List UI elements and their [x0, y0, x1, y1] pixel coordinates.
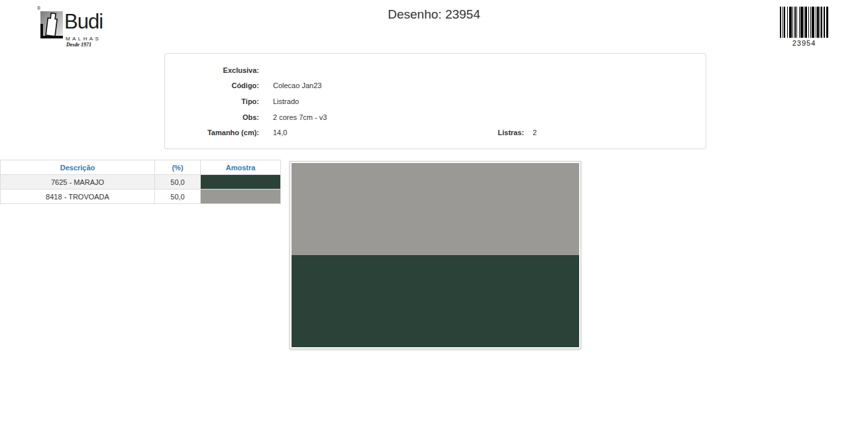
field-row-codigo: Código: Colecao Jan23 — [165, 78, 706, 94]
cell-description: 8418 - TROVOADA — [1, 190, 155, 204]
field-value-listras: 2 — [533, 129, 537, 136]
field-value: 2 cores 7cm - v3 — [273, 113, 327, 121]
info-panel: Exclusiva: Código: Colecao Jan23 Tipo: L… — [164, 53, 706, 149]
field-label: Tamanho (cm): — [165, 129, 259, 136]
page-title: Desenho: 23954 — [0, 7, 868, 22]
field-value: Listrado — [273, 97, 299, 105]
cell-description: 7625 - MARAJO — [1, 175, 155, 190]
stripe-marajo — [292, 255, 579, 347]
barcode-icon — [780, 7, 828, 38]
field-row-exclusiva: Exclusiva: — [165, 62, 706, 78]
field-label-listras: Listras: — [430, 129, 524, 136]
field-label: Código: — [165, 81, 259, 89]
stripe-trovoada — [292, 163, 579, 255]
field-label: Tipo: — [165, 97, 259, 105]
table-row: 7625 - MARAJO 50,0 — [1, 175, 281, 190]
pattern-preview — [290, 161, 581, 349]
color-swatch — [201, 175, 281, 190]
table-row: 8418 - TROVOADA 50,0 — [1, 190, 281, 204]
page: ® Budi MALHAS Desde 1971 Desenho: 23954 … — [0, 0, 868, 434]
logo-tagline-text: Desde 1971 — [66, 42, 91, 48]
cell-percent: 50,0 — [155, 190, 201, 204]
table-header-row: Descrição (%) Amostra — [1, 160, 281, 175]
field-value: 14,0 — [273, 129, 287, 136]
field-label: Obs: — [165, 113, 259, 121]
field-label: Exclusiva: — [165, 66, 259, 74]
composition-table: Descrição (%) Amostra 7625 - MARAJO 50,0… — [0, 160, 281, 204]
barcode-value: 23954 — [780, 39, 828, 47]
column-header-percent: (%) — [155, 160, 201, 175]
column-header-descricao: Descrição — [1, 160, 155, 175]
field-row-obs: Obs: 2 cores 7cm - v3 — [165, 109, 706, 125]
column-header-amostra: Amostra — [201, 160, 281, 175]
cell-percent: 50,0 — [155, 175, 201, 190]
field-row-tamanho: Tamanho (cm): 14,0 Listras: 2 — [165, 125, 706, 140]
field-row-tipo: Tipo: Listrado — [165, 93, 706, 109]
field-value: Colecao Jan23 — [273, 81, 321, 89]
color-swatch — [201, 190, 281, 204]
barcode: 23954 — [780, 7, 828, 47]
logo-subtitle-text: MALHAS — [66, 36, 101, 42]
